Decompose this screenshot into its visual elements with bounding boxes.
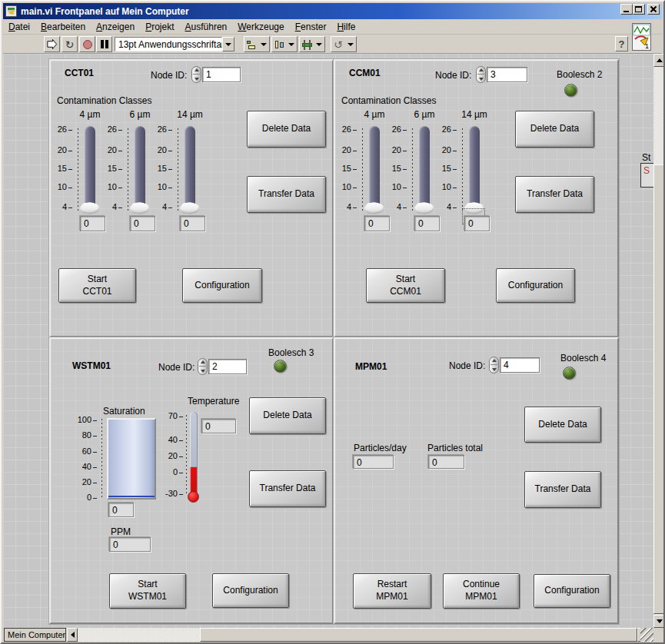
vertical-scroll-thumb[interactable]	[653, 164, 665, 614]
reorder-button[interactable]: ↺	[331, 36, 357, 52]
decrement-icon	[479, 78, 484, 81]
menu-werkzeuge[interactable]: Werkzeuge	[232, 20, 289, 34]
delete-data-button-ccm01[interactable]: Delete Data	[515, 111, 594, 148]
chevron-down-icon	[288, 43, 294, 46]
tank-scale: 100 80 60 40 20 0	[74, 416, 97, 500]
transfer-data-button-ccm01[interactable]: Transfer Data	[515, 176, 594, 213]
resize-objects-button[interactable]	[299, 36, 325, 52]
vi-icon[interactable]: 1	[632, 23, 651, 51]
configuration-button-mpm01[interactable]: Configuration	[534, 574, 610, 608]
slider-4um[interactable]	[369, 126, 380, 212]
continue-mpm01-button[interactable]: Continue MPM01	[443, 573, 520, 609]
node-id-spinner-cct01[interactable]	[191, 66, 201, 83]
font-selector[interactable]: 13pt Anwendungsschriftart	[115, 37, 222, 51]
increment-icon	[479, 68, 484, 71]
delete-data-button-mpm01[interactable]: Delete Data	[524, 407, 601, 443]
node-id-field-ccm01[interactable]: 3	[487, 67, 527, 82]
slider-14um[interactable]	[469, 126, 480, 212]
boolesch2-led	[564, 84, 577, 97]
menu-anzeigen[interactable]: Anzeigen	[91, 20, 140, 34]
panel-title-cct01: CCT01	[65, 68, 94, 78]
chevron-down-icon	[225, 43, 231, 46]
menu-ausfuehren[interactable]: Ausführen	[180, 20, 233, 34]
configuration-button-ccm01[interactable]: Configuration	[496, 268, 575, 303]
boolesch2-label: Boolesch 2	[557, 69, 602, 80]
chevron-down-icon	[261, 43, 267, 46]
panel-ccm01: CCM01 Node ID: 3 Boolesch 2 Contaminatio…	[334, 59, 619, 337]
scroll-up-button[interactable]	[653, 54, 665, 67]
slider-knob[interactable]	[129, 202, 149, 214]
toolbar: ↻ 13pt Anwendungsschriftart	[3, 35, 662, 54]
pause-button[interactable]	[96, 36, 112, 52]
node-id-spinner-ccm01[interactable]	[476, 66, 486, 83]
scroll-down-button[interactable]	[653, 615, 665, 628]
run-button[interactable]	[44, 36, 60, 52]
node-id-field-mpm01[interactable]: 4	[500, 357, 540, 373]
transfer-data-button-mpm01[interactable]: Transfer Data	[524, 471, 601, 508]
node-id-label: Node ID:	[151, 70, 187, 81]
node-id-field-wstm01[interactable]: 2	[208, 359, 247, 374]
clipped-string-control[interactable]: S	[640, 163, 653, 188]
slider-6um[interactable]	[419, 126, 430, 212]
close-button[interactable]	[647, 4, 660, 15]
node-id-field-cct01[interactable]: 1	[202, 67, 241, 82]
menu-datei[interactable]: Datei	[3, 20, 35, 34]
help-button[interactable]: ?	[615, 36, 628, 51]
resize-grip[interactable]	[640, 628, 653, 642]
chevron-down-icon	[316, 43, 322, 46]
configuration-button-wstm01[interactable]: Configuration	[212, 573, 289, 608]
node-id-spinner-wstm01[interactable]	[198, 358, 208, 375]
align-objects-button[interactable]	[244, 36, 270, 52]
menu-projekt[interactable]: Projekt	[140, 20, 179, 34]
configuration-button-cct01[interactable]: Configuration	[182, 268, 262, 303]
slider-label-4um: 4 µm	[71, 109, 109, 120]
slider-6um[interactable]	[135, 126, 145, 212]
distribute-objects-button[interactable]	[271, 36, 298, 52]
font-selector-arrow[interactable]	[222, 37, 234, 51]
particles-day-value: 0	[353, 455, 394, 469]
abort-button[interactable]	[79, 36, 95, 52]
execution-target-selector[interactable]: Mein Computer	[4, 628, 66, 642]
start-ccm01-button[interactable]: Start CCM01	[366, 268, 445, 303]
slider-value-14um: 0	[180, 216, 205, 231]
menu-hilfe[interactable]: Hilfe	[331, 20, 361, 34]
menu-bearbeiten[interactable]: Bearbeiten	[35, 20, 91, 34]
transfer-data-button-cct01[interactable]: Transfer Data	[247, 176, 326, 213]
contamination-classes-label: Contamination Classes	[341, 95, 436, 106]
panel-wstm01: Boolesch 3 WSTM01 Node ID: 2 Temperature…	[49, 337, 334, 624]
slider-knob[interactable]	[414, 202, 434, 214]
vertical-scrollbar[interactable]	[653, 54, 665, 628]
contamination-classes-label: Contamination Classes	[57, 95, 151, 106]
horizontal-scroll-thumb[interactable]	[200, 628, 637, 642]
slider-label-14um: 14 µm	[171, 109, 209, 120]
node-id-label: Node ID:	[158, 362, 195, 373]
maximize-button[interactable]	[633, 4, 645, 15]
slider-knob[interactable]	[179, 202, 199, 214]
vi-icon-graphic: 1	[633, 24, 650, 50]
slider-knob[interactable]	[364, 202, 384, 214]
run-continuous-button[interactable]: ↻	[62, 36, 78, 52]
delete-data-button-cct01[interactable]: Delete Data	[247, 111, 326, 148]
slider-value-6um: 0	[414, 216, 440, 231]
panel-title-wstm01: WSTM01	[72, 360, 111, 371]
decrement-icon	[195, 78, 199, 81]
start-cct01-button[interactable]: Start CCT01	[58, 268, 136, 303]
start-wstm01-button[interactable]: Start WSTM01	[109, 573, 186, 609]
increment-icon	[195, 68, 199, 71]
minimize-button[interactable]	[620, 4, 633, 15]
title-bar[interactable]: main.vi Frontpanel auf Mein Computer	[3, 3, 662, 19]
delete-data-button-wstm01[interactable]: Delete Data	[249, 397, 326, 434]
panel-title-ccm01: CCM01	[349, 68, 381, 78]
slider-14um[interactable]	[185, 126, 195, 212]
node-id-spinner-mpm01[interactable]	[489, 357, 499, 373]
transfer-data-button-wstm01[interactable]: Transfer Data	[249, 470, 326, 507]
front-panel: CCT01 Node ID: 1 Contamination Classes 4…	[3, 54, 653, 628]
restart-mpm01-button[interactable]: Restart MPM01	[353, 573, 431, 609]
scroll-left-button[interactable]	[67, 628, 78, 642]
menu-fenster[interactable]: Fenster	[290, 20, 332, 34]
maximize-icon	[635, 6, 642, 12]
boolesch3-led	[274, 360, 287, 373]
slider-knob[interactable]	[79, 202, 99, 214]
slider-4um[interactable]	[85, 126, 95, 212]
clipped-string-label: St	[642, 152, 653, 163]
